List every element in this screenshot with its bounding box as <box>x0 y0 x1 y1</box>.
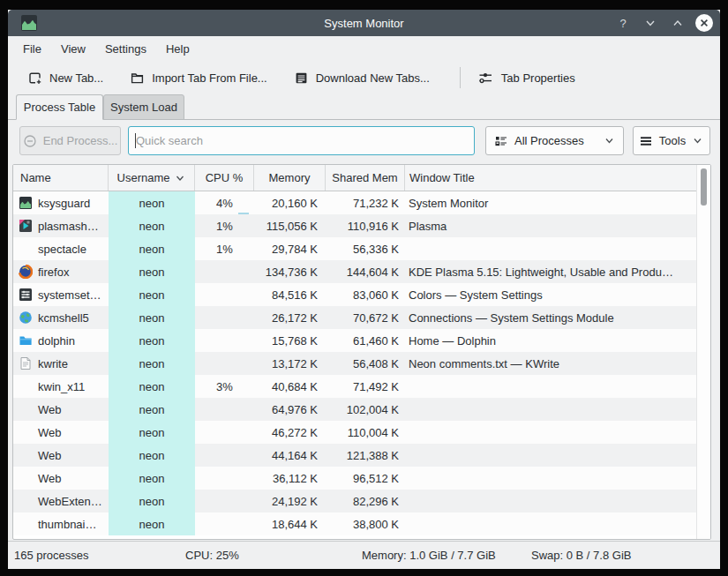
process-name: WebExten… <box>38 495 102 508</box>
menu-settings[interactable]: Settings <box>95 39 156 59</box>
username-cell: neon <box>109 421 195 444</box>
process-row[interactable]: plasmash…neon1%115,056 K110,916 KPlasma <box>13 214 696 237</box>
column-header-username[interactable]: Username <box>109 165 195 191</box>
menu-help[interactable]: Help <box>156 39 199 59</box>
tab-system-load[interactable]: System Load <box>103 94 184 120</box>
memory-cell: 29,784 K <box>254 237 326 260</box>
shared-mem-cell: 82,296 K <box>326 490 405 512</box>
process-name-cell: Web <box>13 467 109 490</box>
shared-mem-cell: 71,492 K <box>326 375 405 398</box>
process-name: dolphin <box>38 334 75 348</box>
column-header-cpu-%[interactable]: CPU % <box>195 165 254 191</box>
process-row[interactable]: spectacleneon1%29,784 K56,336 K <box>13 237 696 260</box>
username-cell: neon <box>109 352 195 375</box>
username-cell: neon <box>109 306 195 329</box>
vertical-scrollbar[interactable] <box>696 165 710 539</box>
cpu-cell: 1% <box>195 237 254 260</box>
toolbar-button-new-tab[interactable]: New Tab... <box>24 65 107 91</box>
toolbar-button-import-tab-from-file[interactable]: Import Tab From File... <box>126 65 271 91</box>
minimize-icon <box>644 17 657 29</box>
memory-cell: 20,160 K <box>254 191 326 214</box>
username-cell: neon <box>109 237 195 260</box>
process-row[interactable]: Webneon64,976 K102,004 K <box>13 398 696 421</box>
process-row[interactable]: Webneon44,164 K121,388 K <box>13 444 696 467</box>
username-cell: neon <box>109 375 195 398</box>
text-caret <box>135 133 136 148</box>
window-title-cell <box>405 467 696 490</box>
memory-cell: 64,976 K <box>254 398 326 421</box>
menu-file[interactable]: File <box>13 39 51 59</box>
memory-cell: 24,192 K <box>254 490 326 512</box>
process-name: thumbnai… <box>38 518 96 531</box>
sort-down-icon <box>175 173 185 183</box>
end-process-icon <box>23 134 37 148</box>
menu-view[interactable]: View <box>51 39 95 59</box>
process-row[interactable]: WebExten…neon24,192 K82,296 K <box>13 490 696 512</box>
window-title-cell <box>405 490 696 512</box>
ksysguard-icon <box>19 196 33 210</box>
tab-process-table[interactable]: Process Table <box>16 94 103 120</box>
controls-row: End Process... All Processes Tools <box>8 120 720 164</box>
cpu-cell <box>195 260 254 283</box>
shared-mem-cell: 144,604 K <box>326 260 405 283</box>
column-header-shared-mem[interactable]: Shared Mem <box>326 165 405 191</box>
process-row[interactable]: Webneon46,272 K110,004 K <box>13 421 696 444</box>
process-name-cell: plasmash… <box>13 214 109 237</box>
column-header-memory[interactable]: Memory <box>254 165 326 191</box>
memory-cell: 13,172 K <box>254 352 326 375</box>
process-row[interactable]: Webneon36,112 K96,512 K <box>13 467 696 490</box>
minimize-button[interactable] <box>641 13 660 33</box>
process-filter-dropdown[interactable]: All Processes <box>485 126 624 155</box>
cpu-cell <box>195 444 254 467</box>
process-row[interactable]: firefoxneon134,736 K144,604 KKDE Plasma … <box>13 260 696 283</box>
toolbar-button-download-new-tabs[interactable]: Download New Tabs... <box>290 65 433 91</box>
process-name-cell: systemset… <box>13 283 109 306</box>
shared-mem-cell: 70,672 K <box>326 306 405 329</box>
toolbar-button-tab-properties[interactable]: Tab Properties <box>475 65 579 91</box>
process-row[interactable]: systemset…neon84,516 K83,060 KColors — S… <box>13 283 696 306</box>
window-title-cell <box>405 421 696 444</box>
maximize-button[interactable] <box>668 13 687 33</box>
toolbar-button-label: Import Tab From File... <box>152 71 267 85</box>
globe-icon <box>19 310 33 325</box>
help-button[interactable]: ? <box>613 13 633 33</box>
toolbar-separator <box>460 67 461 88</box>
search-input[interactable] <box>128 126 475 155</box>
titlebar[interactable]: System Monitor ? <box>8 10 720 36</box>
toolbar-button-label: Download New Tabs... <box>316 71 430 85</box>
memory-cell: 134,736 K <box>254 260 326 283</box>
process-table: NameUsernameCPU %MemoryShared MemWindow … <box>12 164 711 540</box>
window-title-cell: Home — Dolphin <box>405 329 696 352</box>
tools-dropdown[interactable]: Tools <box>633 126 710 155</box>
svg-text:?: ? <box>619 17 626 30</box>
process-name: Web <box>38 403 62 416</box>
process-row[interactable]: kwin_x11neon3%40,684 K71,492 K <box>13 375 696 398</box>
username-cell: neon <box>109 512 195 535</box>
process-count: 165 processes <box>14 549 89 562</box>
cpu-cell: 3% <box>195 375 254 398</box>
process-row[interactable]: kwriteneon13,172 K56,408 KNeon comments.… <box>13 352 696 375</box>
close-button[interactable] <box>695 14 713 32</box>
username-cell: neon <box>109 260 195 283</box>
window-title-cell: System Monitor <box>405 191 696 214</box>
window-title-cell <box>405 444 696 467</box>
column-header-window-title[interactable]: Window Title <box>405 165 696 191</box>
scrollbar-thumb[interactable] <box>701 168 707 206</box>
process-name-cell: Web <box>13 421 109 444</box>
shared-mem-cell: 110,916 K <box>326 214 405 237</box>
tab-properties-icon <box>478 71 494 86</box>
process-name: Web <box>38 449 62 462</box>
username-cell: neon <box>109 398 195 421</box>
process-name-cell: spectacle <box>13 237 109 260</box>
process-row[interactable]: dolphinneon15,768 K61,460 KHome — Dolphi… <box>13 329 696 352</box>
shared-mem-cell: 110,004 K <box>326 421 405 444</box>
process-row[interactable]: thumbnai…neon18,644 K38,800 K <box>13 512 696 535</box>
swap-usage: Swap: 0 B / 7.8 GiB <box>531 549 631 562</box>
cpu-cell <box>195 352 254 375</box>
window-title-cell: Neon comments.txt — KWrite <box>405 352 696 375</box>
column-header-name[interactable]: Name <box>13 165 109 191</box>
shared-mem-cell: 56,408 K <box>326 352 405 375</box>
end-process-button[interactable]: End Process... <box>19 126 121 155</box>
process-row[interactable]: ksysguardneon4%20,160 K71,232 KSystem Mo… <box>13 191 696 214</box>
process-row[interactable]: kcmshell5neon26,172 K70,672 KConnections… <box>13 306 696 329</box>
